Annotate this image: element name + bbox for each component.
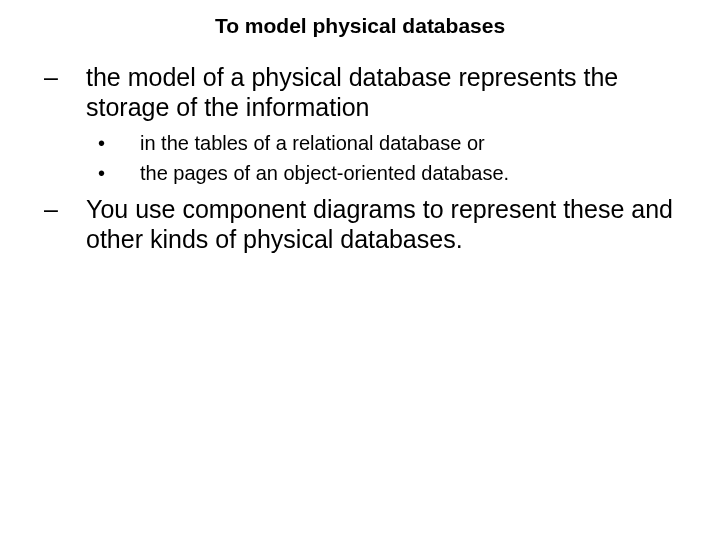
list-item: – You use component diagrams to represen… bbox=[38, 194, 686, 254]
list-item-text: the pages of an object-oriented database… bbox=[140, 160, 686, 186]
list-item: • the pages of an object-oriented databa… bbox=[92, 160, 686, 186]
list-item-text: You use component diagrams to represent … bbox=[86, 194, 686, 254]
bullet-icon: • bbox=[92, 160, 140, 186]
dash-icon: – bbox=[38, 62, 86, 92]
slide-title: To model physical databases bbox=[0, 14, 720, 38]
slide: To model physical databases – the model … bbox=[0, 0, 720, 540]
list-item-text: the model of a physical database represe… bbox=[86, 62, 686, 122]
bullet-icon: • bbox=[92, 130, 140, 156]
list-item-text: in the tables of a relational database o… bbox=[140, 130, 686, 156]
sub-list: • in the tables of a relational database… bbox=[92, 130, 686, 186]
dash-icon: – bbox=[38, 194, 86, 224]
list-item: – the model of a physical database repre… bbox=[38, 62, 686, 122]
slide-body: – the model of a physical database repre… bbox=[38, 62, 686, 260]
list-item: • in the tables of a relational database… bbox=[92, 130, 686, 156]
